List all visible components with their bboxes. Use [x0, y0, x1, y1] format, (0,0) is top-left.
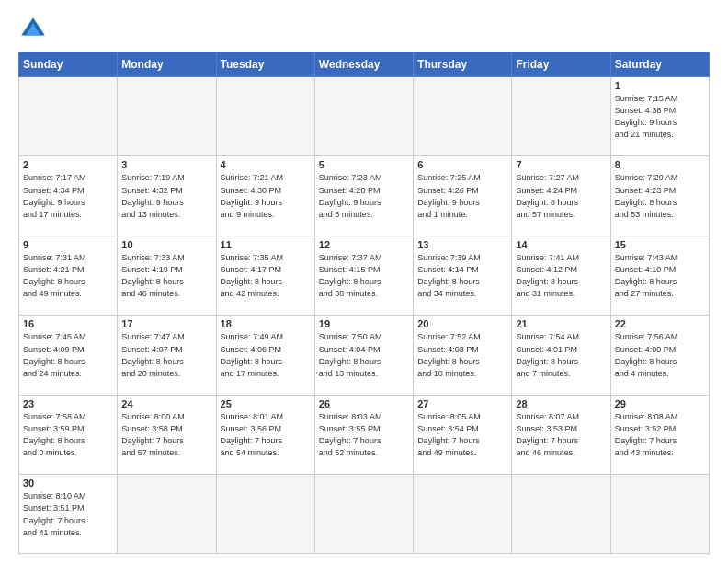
- day-info: Sunrise: 8:03 AM Sunset: 3:55 PM Dayligh…: [319, 411, 409, 459]
- calendar-cell: 21Sunrise: 7:54 AM Sunset: 4:01 PM Dayli…: [512, 316, 610, 395]
- calendar-cell: [610, 475, 709, 554]
- day-info: Sunrise: 8:05 AM Sunset: 3:54 PM Dayligh…: [417, 411, 507, 459]
- calendar-cell: 29Sunrise: 8:08 AM Sunset: 3:52 PM Dayli…: [610, 395, 709, 474]
- calendar-week-5: 23Sunrise: 7:58 AM Sunset: 3:59 PM Dayli…: [19, 395, 710, 474]
- calendar-cell: [216, 77, 314, 156]
- day-info: Sunrise: 8:08 AM Sunset: 3:52 PM Dayligh…: [615, 411, 705, 459]
- day-info: Sunrise: 7:52 AM Sunset: 4:03 PM Dayligh…: [417, 331, 507, 379]
- day-number: 27: [417, 398, 507, 409]
- calendar-cell: 13Sunrise: 7:39 AM Sunset: 4:14 PM Dayli…: [414, 236, 512, 315]
- day-number: 11: [221, 239, 311, 250]
- calendar-week-6: 30Sunrise: 8:10 AM Sunset: 3:51 PM Dayli…: [19, 475, 710, 554]
- calendar-cell: 25Sunrise: 8:01 AM Sunset: 3:56 PM Dayli…: [216, 395, 314, 474]
- day-info: Sunrise: 7:47 AM Sunset: 4:07 PM Dayligh…: [121, 331, 211, 379]
- calendar-cell: 24Sunrise: 8:00 AM Sunset: 3:58 PM Dayli…: [118, 395, 216, 474]
- calendar-cell: 30Sunrise: 8:10 AM Sunset: 3:51 PM Dayli…: [19, 475, 118, 554]
- calendar-cell: [512, 475, 610, 554]
- day-number: 21: [516, 318, 606, 329]
- day-info: Sunrise: 7:50 AM Sunset: 4:04 PM Dayligh…: [319, 331, 409, 379]
- day-info: Sunrise: 7:56 AM Sunset: 4:00 PM Dayligh…: [615, 331, 705, 379]
- day-number: 16: [23, 318, 113, 329]
- calendar-cell: [118, 475, 216, 554]
- day-header-tuesday: Tuesday: [216, 52, 314, 77]
- day-number: 24: [121, 398, 211, 409]
- day-number: 18: [221, 318, 311, 329]
- day-header-wednesday: Wednesday: [314, 52, 413, 77]
- day-info: Sunrise: 7:33 AM Sunset: 4:19 PM Dayligh…: [121, 252, 211, 300]
- calendar-cell: 8Sunrise: 7:29 AM Sunset: 4:23 PM Daylig…: [610, 156, 709, 236]
- day-info: Sunrise: 7:41 AM Sunset: 4:12 PM Dayligh…: [516, 252, 606, 300]
- calendar-cell: 20Sunrise: 7:52 AM Sunset: 4:03 PM Dayli…: [414, 316, 512, 395]
- calendar-body: 1Sunrise: 7:15 AM Sunset: 4:36 PM Daylig…: [19, 77, 710, 554]
- day-info: Sunrise: 7:21 AM Sunset: 4:30 PM Dayligh…: [221, 172, 311, 220]
- calendar-cell: 7Sunrise: 7:27 AM Sunset: 4:24 PM Daylig…: [512, 156, 610, 236]
- day-number: 9: [23, 239, 113, 250]
- day-number: 12: [319, 239, 409, 250]
- calendar-cell: [118, 77, 216, 156]
- calendar-cell: [512, 77, 610, 156]
- calendar-cell: [414, 475, 512, 554]
- calendar-cell: 10Sunrise: 7:33 AM Sunset: 4:19 PM Dayli…: [118, 236, 216, 315]
- day-info: Sunrise: 7:31 AM Sunset: 4:21 PM Dayligh…: [23, 252, 113, 300]
- calendar-week-1: 1Sunrise: 7:15 AM Sunset: 4:36 PM Daylig…: [19, 77, 710, 156]
- calendar-cell: 11Sunrise: 7:35 AM Sunset: 4:17 PM Dayli…: [216, 236, 314, 315]
- calendar-cell: 23Sunrise: 7:58 AM Sunset: 3:59 PM Dayli…: [19, 395, 118, 474]
- day-number: 29: [615, 398, 705, 409]
- calendar-cell: 16Sunrise: 7:45 AM Sunset: 4:09 PM Dayli…: [19, 316, 118, 395]
- calendar-cell: 19Sunrise: 7:50 AM Sunset: 4:04 PM Dayli…: [314, 316, 413, 395]
- calendar-cell: 27Sunrise: 8:05 AM Sunset: 3:54 PM Dayli…: [414, 395, 512, 474]
- day-info: Sunrise: 7:29 AM Sunset: 4:23 PM Dayligh…: [615, 172, 705, 220]
- day-header-friday: Friday: [512, 52, 610, 77]
- day-info: Sunrise: 8:10 AM Sunset: 3:51 PM Dayligh…: [23, 490, 113, 538]
- calendar-cell: 28Sunrise: 8:07 AM Sunset: 3:53 PM Dayli…: [512, 395, 610, 474]
- calendar-cell: 14Sunrise: 7:41 AM Sunset: 4:12 PM Dayli…: [512, 236, 610, 315]
- day-number: 28: [516, 398, 606, 409]
- day-number: 23: [23, 398, 113, 409]
- calendar-cell: 26Sunrise: 8:03 AM Sunset: 3:55 PM Dayli…: [314, 395, 413, 474]
- calendar-cell: 9Sunrise: 7:31 AM Sunset: 4:21 PM Daylig…: [19, 236, 118, 315]
- calendar-cell: 4Sunrise: 7:21 AM Sunset: 4:30 PM Daylig…: [216, 156, 314, 236]
- calendar-week-3: 9Sunrise: 7:31 AM Sunset: 4:21 PM Daylig…: [19, 236, 710, 315]
- day-number: 13: [417, 239, 507, 250]
- day-number: 7: [516, 159, 606, 170]
- day-number: 30: [23, 477, 113, 488]
- day-info: Sunrise: 7:45 AM Sunset: 4:09 PM Dayligh…: [23, 331, 113, 379]
- day-number: 4: [221, 159, 311, 170]
- header-row: SundayMondayTuesdayWednesdayThursdayFrid…: [19, 52, 710, 77]
- calendar-cell: 18Sunrise: 7:49 AM Sunset: 4:06 PM Dayli…: [216, 316, 314, 395]
- day-header-sunday: Sunday: [19, 52, 118, 77]
- day-info: Sunrise: 7:54 AM Sunset: 4:01 PM Dayligh…: [516, 331, 606, 379]
- calendar-cell: [216, 475, 314, 554]
- calendar-cell: [19, 77, 118, 156]
- logo-icon: [18, 15, 48, 44]
- calendar-cell: [414, 77, 512, 156]
- header: [18, 15, 710, 44]
- day-info: Sunrise: 8:07 AM Sunset: 3:53 PM Dayligh…: [516, 411, 606, 459]
- day-info: Sunrise: 7:17 AM Sunset: 4:34 PM Dayligh…: [23, 172, 113, 220]
- calendar-week-2: 2Sunrise: 7:17 AM Sunset: 4:34 PM Daylig…: [19, 156, 710, 236]
- day-info: Sunrise: 7:49 AM Sunset: 4:06 PM Dayligh…: [221, 331, 311, 379]
- calendar-cell: 22Sunrise: 7:56 AM Sunset: 4:00 PM Dayli…: [610, 316, 709, 395]
- day-info: Sunrise: 7:58 AM Sunset: 3:59 PM Dayligh…: [23, 411, 113, 459]
- day-info: Sunrise: 7:35 AM Sunset: 4:17 PM Dayligh…: [221, 252, 311, 300]
- day-info: Sunrise: 7:27 AM Sunset: 4:24 PM Dayligh…: [516, 172, 606, 220]
- day-number: 6: [417, 159, 507, 170]
- day-info: Sunrise: 8:00 AM Sunset: 3:58 PM Dayligh…: [121, 411, 211, 459]
- day-number: 20: [417, 318, 507, 329]
- day-info: Sunrise: 7:23 AM Sunset: 4:28 PM Dayligh…: [319, 172, 409, 220]
- day-info: Sunrise: 7:39 AM Sunset: 4:14 PM Dayligh…: [417, 252, 507, 300]
- day-number: 17: [121, 318, 211, 329]
- day-info: Sunrise: 7:19 AM Sunset: 4:32 PM Dayligh…: [121, 172, 211, 220]
- calendar-cell: 15Sunrise: 7:43 AM Sunset: 4:10 PM Dayli…: [610, 236, 709, 315]
- day-number: 25: [221, 398, 311, 409]
- calendar-header: SundayMondayTuesdayWednesdayThursdayFrid…: [19, 52, 710, 77]
- calendar-cell: [314, 475, 413, 554]
- day-number: 10: [121, 239, 211, 250]
- day-number: 5: [319, 159, 409, 170]
- day-number: 1: [615, 80, 705, 91]
- calendar: SundayMondayTuesdayWednesdayThursdayFrid…: [18, 52, 710, 554]
- day-info: Sunrise: 7:43 AM Sunset: 4:10 PM Dayligh…: [615, 252, 705, 300]
- calendar-cell: 5Sunrise: 7:23 AM Sunset: 4:28 PM Daylig…: [314, 156, 413, 236]
- day-number: 3: [121, 159, 211, 170]
- calendar-cell: 6Sunrise: 7:25 AM Sunset: 4:26 PM Daylig…: [414, 156, 512, 236]
